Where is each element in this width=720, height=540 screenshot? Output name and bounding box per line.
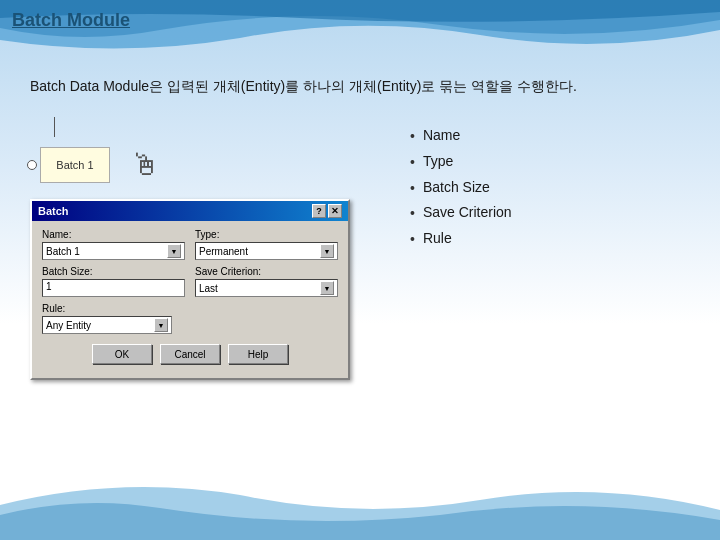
bullet-item: •Save Criterion: [410, 204, 512, 224]
main-body: Batch 1 🖱 Batch ? ✕: [30, 117, 690, 380]
name-label: Name:: [42, 229, 185, 240]
type-label: Type:: [195, 229, 338, 240]
bullet-dot: •: [410, 204, 415, 224]
dialog-help-button[interactable]: ?: [312, 204, 326, 218]
savecriterion-value: Last: [199, 283, 218, 294]
mouse-icon: 🖱: [130, 148, 160, 182]
dialog-titlebar: Batch ? ✕: [32, 201, 348, 221]
type-input-wrap: Permanent ▼: [195, 242, 338, 260]
dialog-close-button[interactable]: ✕: [328, 204, 342, 218]
batchsize-input-wrap: 1: [42, 279, 185, 297]
savecriterion-input-wrap: Last ▼: [195, 279, 338, 297]
description-text: Batch Data Module은 입력된 개체(Entity)를 하나의 개…: [30, 75, 690, 97]
savecriterion-dropdown-arrow[interactable]: ▼: [320, 281, 334, 295]
batchsize-label: Batch Size:: [42, 266, 185, 277]
form-row-batchsize-savecriterion: Batch Size: 1 Save Criterion:: [42, 266, 338, 297]
batchsize-input[interactable]: 1: [42, 279, 185, 297]
bullet-item: •Rule: [410, 230, 512, 250]
form-group-type: Type: Permanent ▼: [195, 229, 338, 260]
batch-entity-box: Batch 1: [40, 147, 110, 183]
name-dropdown-arrow[interactable]: ▼: [167, 244, 181, 258]
cancel-button[interactable]: Cancel: [160, 344, 220, 364]
bullet-text: Name: [423, 127, 460, 143]
bullet-item: •Type: [410, 153, 512, 173]
type-dropdown-arrow[interactable]: ▼: [320, 244, 334, 258]
page-title: Batch Module: [12, 10, 130, 31]
savecriterion-label: Save Criterion:: [195, 266, 338, 277]
rule-dropdown[interactable]: Any Entity ▼: [42, 316, 172, 334]
bullet-item: •Name: [410, 127, 512, 147]
savecriterion-dropdown[interactable]: Last ▼: [195, 279, 338, 297]
form-row-rule: Rule: Any Entity ▼: [42, 303, 338, 334]
batchsize-value: 1: [46, 281, 52, 292]
bullet-list: •Name•Type•Batch Size•Save Criterion•Rul…: [410, 117, 512, 249]
bullet-dot: •: [410, 153, 415, 173]
rule-value: Any Entity: [46, 320, 91, 331]
form-group-name: Name: Batch 1 ▼: [42, 229, 185, 260]
rule-label: Rule:: [42, 303, 338, 314]
dialog-title: Batch: [38, 205, 69, 217]
dialog-titlebar-buttons: ? ✕: [312, 204, 342, 218]
bullet-text: Batch Size: [423, 179, 490, 195]
form-group-batchsize: Batch Size: 1: [42, 266, 185, 297]
batch-icon-row: Batch 1 🖱: [30, 147, 390, 183]
rule-dropdown-arrow[interactable]: ▼: [154, 318, 168, 332]
bullet-dot: •: [410, 230, 415, 250]
ok-button[interactable]: OK: [92, 344, 152, 364]
main-content: Batch Data Module은 입력된 개체(Entity)를 하나의 개…: [0, 55, 720, 540]
name-dropdown[interactable]: Batch 1 ▼: [42, 242, 185, 260]
bullet-dot: •: [410, 179, 415, 199]
form-row-name-type: Name: Batch 1 ▼ Type:: [42, 229, 338, 260]
dialog-buttons: OK Cancel Help: [42, 340, 338, 370]
dialog-box: Batch ? ✕ Name: Batch 1: [30, 199, 350, 380]
vertical-line: [54, 117, 55, 137]
bullet-text: Rule: [423, 230, 452, 246]
diagram-area: Batch 1 🖱 Batch ? ✕: [30, 117, 390, 380]
bullet-text: Type: [423, 153, 453, 169]
name-input-wrap: Batch 1 ▼: [42, 242, 185, 260]
bullet-text: Save Criterion: [423, 204, 512, 220]
bullet-item: •Batch Size: [410, 179, 512, 199]
batch-box-label: Batch 1: [56, 159, 93, 171]
name-value: Batch 1: [46, 246, 80, 257]
type-value: Permanent: [199, 246, 248, 257]
type-dropdown[interactable]: Permanent ▼: [195, 242, 338, 260]
help-button[interactable]: Help: [228, 344, 288, 364]
form-group-savecriterion: Save Criterion: Last ▼: [195, 266, 338, 297]
bullet-dot: •: [410, 127, 415, 147]
dialog-body: Name: Batch 1 ▼ Type:: [32, 221, 348, 378]
